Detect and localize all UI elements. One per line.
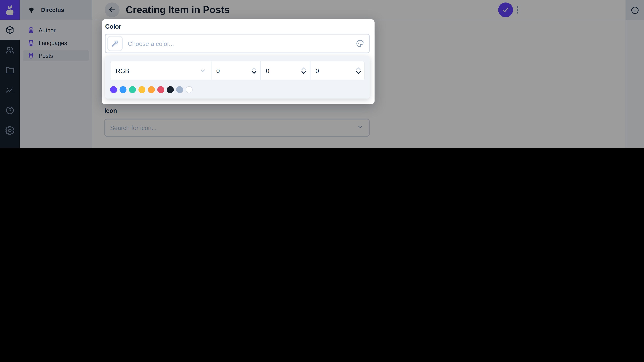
color-value-field[interactable] <box>128 40 369 47</box>
color-swatch[interactable] <box>138 86 146 93</box>
color-swatch[interactable] <box>148 86 155 93</box>
color-picker-menu: RGB <box>105 56 370 98</box>
chevron-up-icon[interactable] <box>301 67 306 70</box>
color-mode-select[interactable]: RGB <box>110 61 211 80</box>
channel-b-value[interactable] <box>316 67 332 74</box>
palette-icon <box>356 39 364 48</box>
palette-button[interactable] <box>356 39 364 48</box>
app-root: Directus Author Languages Posts <box>0 0 644 148</box>
chevron-down-icon[interactable] <box>356 70 361 74</box>
color-swatch[interactable] <box>129 86 136 93</box>
color-mode-value: RGB <box>116 67 211 74</box>
color-input[interactable] <box>105 34 370 53</box>
color-swatches <box>110 86 364 93</box>
field-label-color: Color <box>105 23 371 30</box>
channel-r-stepper[interactable] <box>210 61 260 80</box>
color-swatch[interactable] <box>120 86 126 93</box>
channel-r-value[interactable] <box>216 67 233 74</box>
eyedropper-icon <box>111 39 119 48</box>
color-picker-popup: Color <box>102 19 374 104</box>
chevron-up-icon[interactable] <box>252 67 257 70</box>
color-swatch[interactable] <box>176 86 183 93</box>
color-mode-controls: RGB <box>110 61 364 80</box>
eyedropper-button[interactable] <box>107 36 123 51</box>
channel-g-value[interactable] <box>266 67 282 74</box>
chevron-up-icon[interactable] <box>356 67 361 70</box>
chevron-down-icon[interactable] <box>252 70 257 74</box>
color-swatch[interactable] <box>110 86 117 93</box>
chevron-down-icon <box>199 67 206 74</box>
color-swatch[interactable] <box>186 86 193 93</box>
channel-b-stepper[interactable] <box>310 61 364 80</box>
channel-g-stepper[interactable] <box>260 61 310 80</box>
color-swatch[interactable] <box>167 86 174 93</box>
chevron-down-icon[interactable] <box>301 70 306 74</box>
color-swatch[interactable] <box>157 86 164 93</box>
